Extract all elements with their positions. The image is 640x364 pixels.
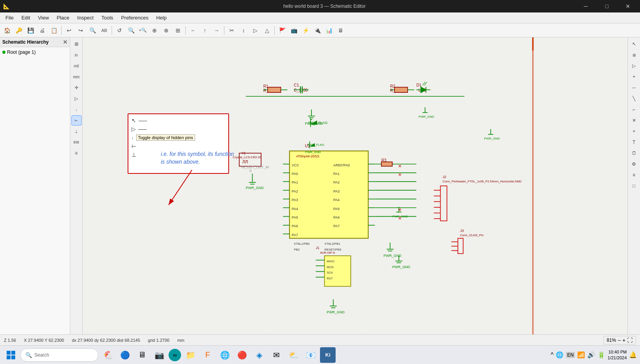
pin-mode-button[interactable]: ⊢ [71, 115, 82, 125]
sim-button[interactable]: △ [261, 25, 272, 36]
taskbar-mail-icon[interactable]: ✉ [268, 347, 284, 363]
mirror-button[interactable]: ↕ [238, 25, 249, 36]
nav-back-button[interactable]: ← [188, 25, 199, 36]
erc-button[interactable]: ⚡ [300, 25, 311, 36]
search-button[interactable]: 🔍 [87, 25, 98, 36]
close-button[interactable]: ✕ [619, 0, 637, 12]
key-button[interactable]: 🔑 [13, 25, 24, 36]
start-button[interactable] [3, 347, 19, 363]
hierarchy-close-button[interactable]: ✕ [63, 39, 68, 45]
volume-icon[interactable]: 🔊 [587, 351, 595, 359]
rt-line-button[interactable]: ─ [629, 83, 639, 93]
canvas-area[interactable]: R1 R_1206 C1 C_1206 R2 R_1206 [83, 37, 628, 334]
notification-bell-icon[interactable]: 🔔 [629, 351, 637, 359]
menu-tools[interactable]: Tools [98, 13, 117, 22]
nav-fwd-button[interactable]: → [211, 25, 222, 36]
menu-edit[interactable]: Edit [18, 13, 34, 22]
highlight-button[interactable]: ✂ [226, 25, 237, 36]
zoom-in-button[interactable]: +🔍 [137, 25, 148, 36]
rt-grid-button[interactable]: ⊞ [629, 50, 639, 60]
screen-button[interactable]: 📺 [288, 25, 299, 36]
rt-rect-button[interactable]: ⌐ [629, 104, 639, 115]
pcb-button[interactable]: 🖥 [335, 25, 346, 36]
taskbar-edge-icon[interactable]: 🌐 [217, 347, 233, 363]
rt-plus2-button[interactable]: + [629, 126, 639, 136]
chevron-up-icon[interactable]: ^ [551, 352, 554, 359]
taskbar-cloud-icon[interactable]: ⛅ [286, 347, 301, 363]
taskbar-kicad-icon[interactable]: Ki [320, 347, 336, 363]
rt-note-button[interactable]: 🗒 [629, 148, 639, 158]
rt-add-button[interactable]: + [629, 72, 639, 82]
print-button[interactable]: 🖨 [37, 25, 48, 36]
taskbar-circle-icon[interactable]: 🔵 [117, 347, 133, 363]
svg-text:AREF/PA0: AREF/PA0 [333, 163, 350, 167]
menu-inspect[interactable]: Inspect [73, 13, 98, 22]
taskbar-vscode-icon[interactable]: ◈ [251, 347, 267, 363]
zoom-sheet-button[interactable]: ⊞ [172, 25, 183, 36]
new-button[interactable]: 🏠 [2, 25, 12, 36]
run-button[interactable]: ▷ [250, 25, 261, 36]
taskbar-mailapp-icon[interactable]: 📧 [303, 347, 318, 363]
taskbar-terminal-icon[interactable]: 🖥 [134, 347, 150, 363]
annotate-button[interactable]: AB [99, 25, 110, 36]
fullscreen-button[interactable]: ⛶ [627, 337, 633, 343]
maximize-button[interactable]: □ [598, 0, 616, 12]
unit-mil-button[interactable]: mil [71, 61, 82, 71]
bom-button[interactable]: 📊 [324, 25, 334, 36]
grid-toggle-button[interactable]: ⊞ [71, 39, 82, 49]
nav-up-button[interactable]: ↑ [199, 25, 210, 36]
zoom-sel-button[interactable]: ⊗ [161, 25, 172, 36]
taskbar-camera-icon[interactable]: 📷 [151, 347, 167, 363]
zoom-fit-button[interactable]: ⊕ [149, 25, 160, 36]
rt-table-button[interactable]: ≡ [629, 170, 639, 180]
lang-switch-icon[interactable]: EN [566, 352, 575, 358]
save-button[interactable]: 💾 [25, 25, 36, 36]
rt-cross-button[interactable]: ✕ [629, 115, 639, 125]
unit-in-button[interactable]: in [71, 50, 82, 60]
wifi-icon[interactable]: 📶 [577, 351, 585, 359]
refresh-button[interactable]: ↺ [114, 25, 125, 36]
menu-view[interactable]: View [34, 13, 53, 22]
menu-preferences[interactable]: Preferences [117, 13, 152, 22]
search-placeholder[interactable]: Search [34, 352, 49, 358]
taskbar-chrome-icon[interactable]: 🔴 [234, 347, 250, 363]
menu-place[interactable]: Place [53, 13, 73, 22]
hidden-pin-button[interactable]: ↓ [71, 104, 82, 115]
zoom-decrease-button[interactable]: − [618, 337, 621, 343]
add-pin-button[interactable]: ▷ [71, 94, 82, 104]
sep4 [224, 26, 224, 35]
list-button[interactable]: ≡ [71, 148, 82, 158]
taskbar-arduino-icon[interactable]: ∞ [169, 349, 181, 361]
minimize-button[interactable]: ─ [577, 0, 595, 12]
rt-text-button[interactable]: T [629, 137, 639, 147]
clock-display[interactable]: 10:40 PM 1/21/2024 [608, 349, 627, 360]
unit-mm-button[interactable]: mm [71, 72, 82, 82]
search-bar[interactable]: 🔍 Search [20, 348, 98, 362]
zoom-out-button[interactable]: 🔍 [126, 25, 137, 36]
language-icon[interactable]: 🌐 [556, 351, 564, 359]
redo-button[interactable]: ↪ [75, 25, 86, 36]
measure-button[interactable]: ⊥ [71, 126, 82, 136]
flag-button[interactable]: 🚩 [277, 25, 288, 36]
taskbar-folder-icon[interactable]: 📁 [183, 347, 198, 363]
menu-file[interactable]: File [2, 13, 18, 22]
left-panel: Schematic Hierarchy ✕ Root (page 1) [0, 37, 70, 334]
root-item[interactable]: Root (page 1) [2, 49, 68, 55]
zoom-increase-button[interactable]: + [622, 337, 626, 343]
taskbar-chicken-icon[interactable]: 🐔 [100, 347, 116, 363]
rt-script-button[interactable]: ⚙ [629, 159, 639, 169]
svg-text:Conn_01x03_Pin: Conn_01x03_Pin [460, 233, 484, 237]
rt-run-button[interactable]: ▷ [629, 61, 639, 71]
netlist-button[interactable]: 🔌 [312, 25, 323, 36]
taskbar-fusion-icon[interactable]: F [200, 347, 215, 363]
undo-button[interactable]: ↩ [64, 25, 75, 36]
select-button[interactable]: ↖ [629, 39, 639, 49]
svg-text:PA6: PA6 [292, 224, 298, 228]
cursor-button[interactable]: ✛ [71, 83, 82, 93]
rt-draw-button[interactable]: ╲ [629, 94, 639, 104]
copy-button[interactable]: 📋 [48, 25, 59, 36]
battery-icon[interactable]: 🔋 [597, 351, 605, 359]
bom-small-button[interactable]: BIB [71, 137, 82, 147]
menu-help[interactable]: Help [152, 13, 171, 22]
rt-box-button[interactable]: □ [629, 181, 639, 191]
